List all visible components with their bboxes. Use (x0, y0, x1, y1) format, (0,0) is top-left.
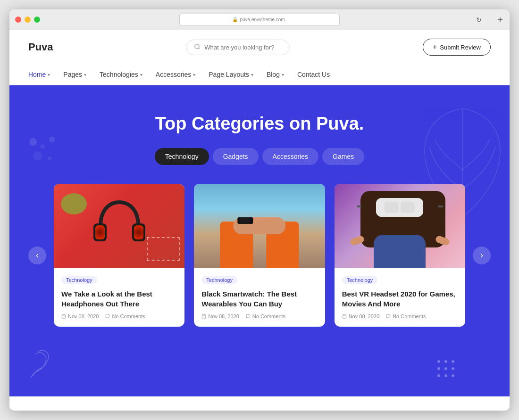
chevron-down-icon: ▾ (48, 72, 50, 77)
header-top: Puva + Submit Review (28, 30, 491, 64)
card-body-vr: Technology Best VR Headset 2020 for Game… (335, 268, 465, 327)
card-title: Black Smartwatch: The Best Wearables You… (201, 289, 317, 309)
lock-icon: 🔒 (232, 17, 238, 22)
card-comments: No Comments (246, 313, 285, 319)
svg-point-14 (444, 374, 447, 377)
card-meta: Nov 08, 2020 No Comments (201, 313, 317, 319)
category-tab-games[interactable]: Games (322, 148, 364, 165)
svg-point-2 (29, 138, 37, 146)
svg-point-13 (437, 374, 440, 377)
nav-item-pages[interactable]: Pages ▾ (63, 71, 86, 78)
person-silhouette (194, 184, 325, 268)
traffic-lights (15, 16, 40, 23)
plus-icon: + (433, 43, 437, 51)
address-bar[interactable]: 🔒 puva.envytheme.com (179, 14, 340, 26)
svg-point-15 (452, 374, 454, 377)
comment-icon (105, 314, 110, 319)
decorative-dots-right (434, 357, 462, 382)
calendar-icon (201, 314, 206, 319)
card-body-smartwatch: Technology Black Smartwatch: The Best We… (194, 268, 325, 327)
category-tab-gadgets[interactable]: Gadgets (213, 148, 259, 165)
card-date: Nov 08, 2020 (342, 313, 379, 319)
svg-point-23 (136, 230, 141, 235)
maximize-button[interactable] (34, 16, 40, 23)
hero-title: Top Categories on Puva. (28, 114, 491, 134)
nav-item-accessories[interactable]: Accessories ▾ (156, 71, 195, 78)
carousel-next-button[interactable]: › (473, 247, 491, 264)
card-headphones: Technology We Take a Look at the Best He… (54, 184, 184, 327)
site-logo[interactable]: Puva (28, 41, 53, 53)
card-category-label[interactable]: Technology (342, 276, 378, 284)
search-bar (186, 40, 290, 55)
svg-point-7 (437, 360, 440, 363)
submit-review-label: Submit Review (440, 44, 481, 51)
calendar-icon (61, 314, 66, 319)
nav-item-contact[interactable]: Contact Us (297, 71, 330, 78)
browser-chrome: 🔒 puva.envytheme.com ↻ + (9, 9, 510, 30)
search-input[interactable] (204, 44, 282, 51)
card-title: Best VR Headset 2020 for Games, Movies A… (342, 289, 458, 309)
submit-review-button[interactable]: + Submit Review (423, 39, 491, 56)
svg-point-9 (452, 360, 454, 363)
site-navigation: Home ▾ Pages ▾ Technologies ▾ Accessorie… (28, 64, 491, 85)
hero-section: Top Categories on Puva. Technology Gadge… (9, 85, 510, 396)
comment-icon (386, 314, 391, 319)
card-category-label[interactable]: Technology (61, 276, 97, 284)
new-tab-button[interactable]: + (497, 15, 503, 25)
category-tab-technology[interactable]: Technology (155, 148, 209, 165)
card-smartwatch: Technology Black Smartwatch: The Best We… (194, 184, 325, 327)
vr-person (335, 184, 465, 268)
chevron-down-icon: ▾ (282, 72, 284, 77)
svg-point-19 (98, 230, 102, 235)
card-comments: No Comments (105, 313, 145, 319)
vr-bg (335, 184, 465, 268)
svg-rect-32 (343, 315, 346, 319)
search-icon (194, 43, 201, 51)
carousel-prev-button[interactable]: ‹ (28, 247, 46, 264)
card-image-headphones (54, 184, 184, 268)
svg-point-11 (444, 367, 447, 370)
chevron-down-icon: ▾ (140, 72, 142, 77)
decorative-wave-left (28, 343, 57, 382)
card-date: Nov 08, 2020 (201, 313, 239, 319)
calendar-icon (342, 314, 347, 319)
card-category-label[interactable]: Technology (201, 276, 237, 284)
minimize-button[interactable] (25, 16, 31, 23)
chevron-down-icon: ▾ (251, 72, 253, 77)
headphone-svg (86, 195, 152, 256)
svg-point-0 (195, 44, 199, 48)
close-button[interactable] (15, 16, 21, 23)
category-tabs: Technology Gadgets Accessories Games (28, 148, 491, 165)
cards-carousel: ‹ (28, 184, 491, 327)
svg-rect-24 (62, 315, 66, 319)
card-vr-headset: Technology Best VR Headset 2020 for Game… (335, 184, 465, 327)
svg-line-1 (199, 48, 200, 49)
card-meta: Nov 08, 2020 No Comments (342, 313, 458, 319)
card-image-vr (335, 184, 465, 268)
green-blob (61, 193, 87, 214)
card-comments: No Comments (386, 313, 426, 319)
svg-rect-28 (202, 315, 206, 319)
svg-point-4 (49, 137, 55, 142)
category-tab-accessories[interactable]: Accessories (262, 148, 318, 165)
nav-item-page-layouts[interactable]: Page Layouts ▾ (209, 71, 253, 78)
card-image-smartwatch (194, 184, 325, 268)
nav-item-technologies[interactable]: Technologies ▾ (100, 71, 142, 78)
url-text: puva.envytheme.com (240, 17, 285, 22)
svg-point-12 (452, 367, 454, 370)
site-header: Puva + Submit Review Home ▾ Pages (9, 30, 510, 85)
comment-icon (246, 314, 251, 319)
nav-item-home[interactable]: Home ▾ (28, 71, 50, 78)
card-meta: Nov 08, 2020 No Comments (61, 313, 177, 319)
nav-item-blog[interactable]: Blog ▾ (267, 71, 284, 78)
dashed-rect (147, 237, 180, 261)
chevron-down-icon: ▾ (193, 72, 195, 77)
reload-button[interactable]: ↻ (473, 14, 485, 26)
card-date: Nov 08, 2020 (61, 313, 99, 319)
card-body-headphones: Technology We Take a Look at the Best He… (54, 268, 184, 327)
cards-grid: Technology We Take a Look at the Best He… (54, 184, 465, 327)
chevron-down-icon: ▾ (84, 72, 86, 77)
card-title: We Take a Look at the Best Headphones Ou… (61, 289, 177, 309)
browser-window: 🔒 puva.envytheme.com ↻ + Puva + Submit R… (9, 9, 510, 411)
smartwatch-bg (194, 184, 325, 268)
